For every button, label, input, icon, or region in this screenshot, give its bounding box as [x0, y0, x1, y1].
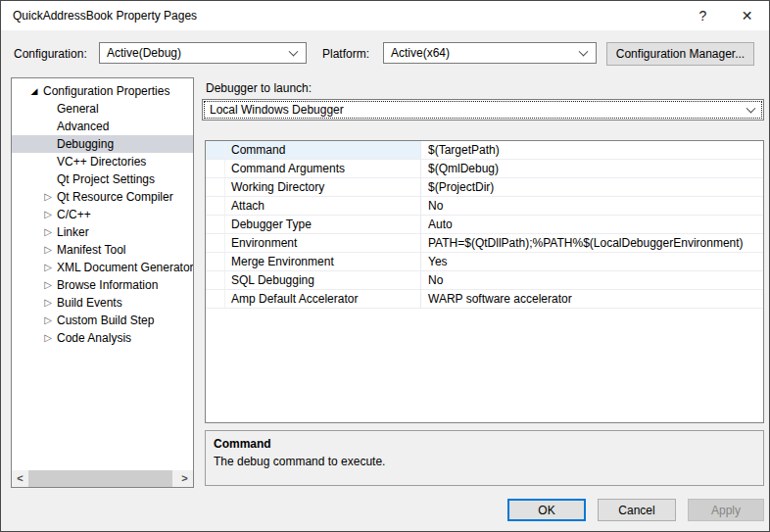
property-row-merge-environment[interactable]: Merge Environment Yes: [206, 253, 763, 271]
tree-item-manifest-tool[interactable]: ▷ Manifest Tool: [12, 241, 193, 259]
debugger-value: Local Windows Debugger: [210, 103, 344, 117]
configuration-select[interactable]: Active(Debug): [99, 42, 307, 64]
tree-horizontal-scrollbar[interactable]: < >: [12, 470, 193, 487]
chevron-down-icon: [289, 47, 299, 57]
property-value[interactable]: $(TargetPath): [421, 141, 763, 160]
property-row-environment[interactable]: Environment PATH=$(QtDllPath);%PATH%$(Lo…: [206, 234, 763, 253]
property-grid: Command $(TargetPath) Command Arguments …: [205, 140, 764, 423]
configuration-tree: ◢ Configuration Properties General Advan…: [11, 77, 194, 488]
property-row-amp-default-accelerator[interactable]: Amp Default Accelerator WARP software ac…: [206, 290, 763, 309]
platform-value: Active(x64): [391, 46, 450, 60]
configuration-value: Active(Debug): [107, 46, 181, 60]
configuration-label: Configuration:: [14, 47, 87, 61]
row-margin: [206, 234, 225, 253]
tree-expanded-icon[interactable]: ◢: [28, 82, 40, 100]
property-row-attach[interactable]: Attach No: [206, 197, 763, 216]
property-value[interactable]: No: [421, 271, 763, 290]
scroll-left-icon[interactable]: <: [12, 470, 28, 487]
row-margin: [206, 253, 225, 271]
tree-item-vcpp-directories[interactable]: VC++ Directories: [12, 153, 193, 170]
tree-item-qt-resource-compiler[interactable]: ▷ Qt Resource Compiler: [12, 188, 193, 206]
row-margin: [206, 271, 225, 290]
description-title: Command: [214, 437, 755, 451]
property-description-box: Command The debug command to execute.: [205, 430, 764, 486]
tree-item-custom-build-step[interactable]: ▷ Custom Build Step: [12, 312, 193, 329]
scroll-right-icon[interactable]: >: [176, 470, 193, 487]
tree-item-browse-information[interactable]: ▷ Browse Information: [12, 276, 193, 294]
platform-label: Platform:: [322, 47, 369, 61]
titlebar[interactable]: QuickAddressBook Property Pages ? ✕: [1, 1, 769, 30]
platform-select[interactable]: Active(x64): [383, 42, 597, 64]
configuration-manager-button[interactable]: Configuration Manager...: [606, 42, 754, 66]
tree-item-build-events[interactable]: ▷ Build Events: [12, 294, 193, 312]
tree-item-code-analysis[interactable]: ▷ Code Analysis: [12, 329, 193, 347]
help-button[interactable]: ?: [681, 1, 725, 30]
cancel-button[interactable]: Cancel: [598, 499, 676, 521]
help-icon: ?: [699, 8, 707, 24]
tree-items: ◢ Configuration Properties General Advan…: [12, 78, 193, 347]
row-margin: [206, 160, 225, 178]
description-text: The debug command to execute.: [214, 455, 755, 468]
row-margin: [206, 216, 225, 234]
row-margin: [206, 290, 225, 309]
tree-collapsed-icon[interactable]: ▷: [42, 188, 54, 206]
property-row-sql-debugging[interactable]: SQL Debugging No: [206, 271, 763, 290]
property-row-working-directory[interactable]: Working Directory $(ProjectDir): [206, 178, 763, 197]
tree-item-xml-document-generator[interactable]: ▷ XML Document Generator: [12, 259, 193, 276]
tree-item-c-cpp[interactable]: ▷ C/C++: [12, 206, 193, 223]
chevron-down-icon: [746, 104, 756, 114]
property-value[interactable]: No: [421, 197, 763, 216]
tree-collapsed-icon[interactable]: ▷: [42, 259, 54, 276]
tree-collapsed-icon[interactable]: ▷: [42, 223, 54, 241]
property-value[interactable]: Auto: [421, 216, 763, 234]
property-value[interactable]: $(QmlDebug): [421, 160, 763, 178]
window-title: QuickAddressBook Property Pages: [1, 9, 197, 23]
tree-item-qt-project-settings[interactable]: Qt Project Settings: [12, 170, 193, 188]
debugger-select[interactable]: Local Windows Debugger: [202, 99, 764, 121]
property-pages-dialog: QuickAddressBook Property Pages ? ✕ Conf…: [0, 0, 770, 532]
close-icon: ✕: [742, 8, 753, 24]
tree-collapsed-icon[interactable]: ▷: [42, 329, 54, 347]
ok-button[interactable]: OK: [507, 499, 586, 521]
tree-item-linker[interactable]: ▷ Linker: [12, 223, 193, 241]
tree-collapsed-icon[interactable]: ▷: [42, 312, 54, 329]
tree-item-advanced[interactable]: Advanced: [12, 118, 193, 135]
property-value[interactable]: Yes: [421, 253, 763, 271]
tree-collapsed-icon[interactable]: ▷: [42, 276, 54, 294]
apply-button: Apply: [688, 499, 764, 521]
tree-collapsed-icon[interactable]: ▷: [42, 241, 54, 259]
property-value[interactable]: $(ProjectDir): [421, 178, 763, 197]
chevron-down-icon: [579, 47, 589, 57]
property-row-command-arguments[interactable]: Command Arguments $(QmlDebug): [206, 160, 763, 178]
property-value[interactable]: PATH=$(QtDllPath);%PATH%$(LocalDebuggerE…: [421, 234, 763, 253]
tree-collapsed-icon[interactable]: ▷: [42, 294, 54, 312]
row-margin: [206, 197, 225, 216]
scrollbar-thumb[interactable]: [28, 470, 172, 487]
row-margin: [206, 141, 225, 160]
property-row-debugger-type[interactable]: Debugger Type Auto: [206, 216, 763, 234]
property-row-command[interactable]: Command $(TargetPath): [206, 141, 763, 160]
row-margin: [206, 178, 225, 197]
close-button[interactable]: ✕: [725, 1, 769, 30]
tree-item-general[interactable]: General: [12, 100, 193, 118]
debugger-to-launch-label: Debugger to launch:: [206, 81, 312, 95]
tree-item-debugging[interactable]: Debugging: [12, 135, 193, 153]
tree-item-configuration-properties[interactable]: ◢ Configuration Properties: [12, 82, 193, 100]
tree-collapsed-icon[interactable]: ▷: [42, 206, 54, 223]
property-value[interactable]: WARP software accelerator: [421, 290, 763, 309]
